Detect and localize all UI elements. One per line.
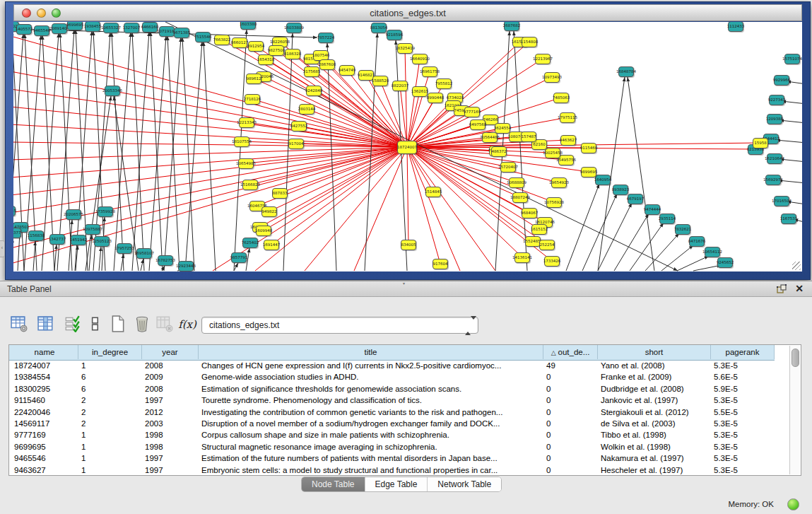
table-row[interactable]: 969969511998Structural magnetic resonanc… (9, 441, 775, 452)
graph-node[interactable]: 887833 (272, 188, 288, 199)
tab-network-table[interactable]: Network Table (428, 477, 501, 491)
column-header-pagerank[interactable]: pagerank (711, 345, 775, 359)
panel-splitter-handle[interactable]: ▾ (403, 281, 405, 286)
graph-node[interactable]: 9699695 (67, 22, 83, 30)
graph-node[interactable]: 16961758 (422, 66, 437, 77)
graph-node[interactable]: 1654318 (258, 54, 273, 65)
graph-node[interactable]: 989612 (246, 74, 261, 84)
graph-node[interactable]: 18107554 (234, 136, 249, 147)
graph-node[interactable]: 1342737 (49, 234, 65, 245)
scrollbar-thumb[interactable] (792, 349, 799, 367)
graph-node[interactable]: 1609948 (256, 226, 271, 236)
graph-node[interactable]: 834005 (401, 240, 416, 250)
graph-node[interactable]: 1156838 (28, 230, 44, 241)
table-row[interactable]: 946554611997Estimation of the future num… (9, 452, 775, 464)
graph-node[interactable]: 15524851 (525, 236, 541, 247)
graph-node[interactable]: 1451942 (71, 235, 86, 245)
table-selector-dropdown[interactable]: citations_edges.txt (201, 317, 478, 334)
window-resize-grip[interactable] (792, 262, 801, 270)
graph-node[interactable]: 8990448 (428, 93, 443, 103)
float-window-icon[interactable] (777, 284, 787, 294)
graph-node[interactable]: 16958107 (136, 248, 152, 259)
graph-node[interactable]: 9242848 (306, 86, 322, 96)
graph-node[interactable]: 252254 (539, 240, 555, 250)
graph-node[interactable]: 1691447 (264, 240, 279, 250)
graph-node[interactable]: 20891406 (52, 23, 67, 34)
table-row[interactable]: 1830029562008Estimation of significance … (9, 383, 775, 395)
graph-node[interactable]: 10654112 (705, 247, 720, 257)
graph-node[interactable]: 10655327 (103, 23, 119, 33)
graph-node[interactable]: 8813054 (371, 23, 387, 33)
graph-node[interactable]: 157487 (521, 132, 536, 142)
delete-trash-icon[interactable] (131, 314, 153, 335)
tab-node-table[interactable]: Node Table (302, 477, 365, 491)
graph-node[interactable]: 10973493 (544, 72, 560, 83)
graph-node[interactable]: 1167531 (781, 214, 796, 224)
graph-node[interactable]: 10025458 (545, 148, 560, 158)
table-settings-icon[interactable] (8, 314, 30, 335)
graph-node[interactable]: 8427552 (291, 121, 307, 132)
graph-node[interactable]: 949822 (261, 206, 277, 217)
graph-node[interactable]: 9465546 (34, 25, 49, 36)
graph-node[interactable]: 18325419 (397, 43, 413, 54)
graph-node[interactable]: 7832621 (675, 224, 690, 235)
graph-node[interactable]: 8471676 (689, 236, 705, 247)
graph-node[interactable]: 1733426 (544, 256, 560, 267)
graph-node[interactable]: 10654985 (238, 158, 254, 169)
table-row[interactable]: 977716911998Corpus callosum shape and si… (9, 429, 775, 440)
graph-node[interactable]: 20206575 (66, 209, 81, 220)
graph-node[interactable]: 1209388 (767, 114, 782, 124)
table-row[interactable]: 1872400712008Changes of HCN gene express… (9, 360, 775, 371)
table-row[interactable]: 1456911722003Disruption of a novel membe… (9, 418, 775, 429)
graph-node[interactable]: 1327007 (124, 23, 139, 33)
graph-node[interactable]: 15720407 (500, 162, 516, 173)
graph-node[interactable]: 1603380 (240, 22, 256, 30)
graph-node[interactable]: 7515546 (195, 32, 211, 42)
table-vertical-scrollbar[interactable] (789, 346, 800, 474)
graph-node[interactable]: 15751074 (784, 54, 800, 64)
graph-node[interactable]: 8822037 (392, 81, 408, 91)
graph-node[interactable]: 19654923 (551, 177, 567, 188)
graph-node[interactable]: 8660127 (232, 37, 247, 48)
column-header-title[interactable]: title (199, 345, 543, 359)
graph-node[interactable]: 1154808 (522, 37, 537, 47)
graph-node[interactable]: 917604 (433, 259, 448, 269)
graph-node[interactable]: 9474444 (645, 204, 660, 215)
graph-node[interactable]: 2687682 (504, 22, 519, 31)
graph-node[interactable]: 16033809 (286, 23, 302, 33)
graph-node[interactable]: 1362615 (412, 86, 428, 97)
graph-node[interactable]: 6679197 (628, 194, 643, 204)
graph-node[interactable]: 15958 (753, 138, 768, 148)
graph-node[interactable]: 1405572 (16, 24, 32, 35)
graph-node[interactable]: 1640954 (595, 175, 611, 185)
tab-edge-table[interactable]: Edge Table (365, 477, 428, 491)
graph-node[interactable]: 9218596 (387, 30, 402, 40)
graph-node[interactable]: 2718126 (245, 94, 260, 105)
network-canvas[interactable]: 1830029140557294655462089140696996951938… (13, 22, 802, 271)
graph-node[interactable]: 12505123 (94, 236, 110, 247)
graph-node[interactable]: 2867608 (319, 59, 335, 70)
graph-node[interactable]: 1615152 (531, 224, 547, 235)
close-icon[interactable]: ✕ (795, 283, 804, 294)
graph-node[interactable]: 9777169 (464, 107, 480, 117)
column-header-short[interactable]: short (598, 345, 711, 359)
graph-node[interactable]: 17957253 (117, 243, 132, 254)
graph-node[interactable]: 9115460 (581, 143, 596, 153)
graph-node[interactable]: 15692971 (765, 175, 781, 185)
graph-node[interactable]: 9857791 (231, 252, 247, 263)
table-row[interactable]: 911546021997Tourette syndrome. Phenomeno… (9, 395, 775, 406)
graph-node[interactable]: 7955812 (436, 78, 452, 89)
graph-node[interactable]: 10756928 (546, 197, 562, 208)
graph-node[interactable]: 20564486 (482, 132, 498, 143)
graph-node[interactable]: 1514845 (425, 187, 441, 197)
graph-node[interactable]: 917004 (288, 139, 304, 149)
graph-node[interactable]: 9684067 (522, 208, 537, 218)
graph-node[interactable]: 16210643 (767, 153, 782, 164)
graph-node[interactable]: 12213343 (239, 117, 254, 128)
graph-node[interactable]: 7625402 (242, 238, 258, 248)
graph-node[interactable]: 9463627 (560, 135, 576, 146)
graph-node[interactable]: 15166823 (242, 180, 258, 190)
graph-node[interactable]: 1938455 (85, 22, 100, 32)
graph-node[interactable]: 3175685 (304, 66, 319, 77)
graph-node[interactable]: 391377 (13, 228, 21, 238)
